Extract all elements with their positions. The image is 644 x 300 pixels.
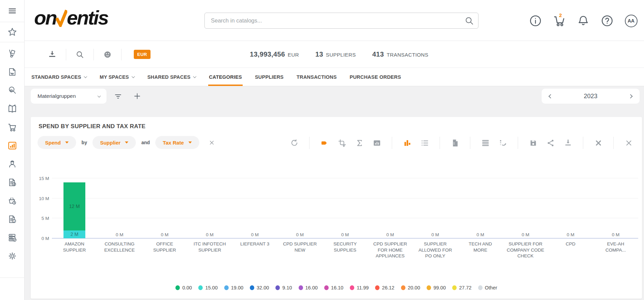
legend-item[interactable]: 32.00: [250, 285, 269, 290]
settings-gear-icon[interactable]: [0, 247, 25, 265]
legend-item[interactable]: 15.00: [198, 285, 217, 290]
legend-item[interactable]: 27.72: [452, 285, 471, 290]
save-icon[interactable]: [529, 138, 538, 147]
contracts-handshake-icon[interactable]: [0, 63, 25, 81]
legend-label: 20.00: [408, 285, 420, 290]
invoice-percent-icon[interactable]: [0, 173, 25, 192]
tab-suppliers[interactable]: SUPPLIERS: [254, 68, 284, 86]
legend-dot-icon: [175, 285, 180, 290]
catalog-book-icon[interactable]: [0, 100, 25, 118]
tab-standard-spaces[interactable]: STANDARD SPACES: [31, 68, 87, 86]
chart-columns: 2 M12 M0 M0 M0 M0 M0 M0 M0 M0 M0 M0 M0 M…: [52, 178, 638, 238]
help-icon[interactable]: [600, 14, 614, 28]
x-category-label: CPD SUPPLIER FOR HOME APPLIANCES: [368, 241, 413, 259]
group-selector[interactable]: Materialgruppen: [31, 89, 106, 104]
bar-value-label: 0 M: [548, 232, 593, 237]
bar-chart-icon[interactable]: [403, 138, 412, 147]
search-icon[interactable]: [464, 16, 474, 26]
kpi-value: 413: [372, 50, 384, 58]
divider: [583, 137, 583, 149]
legend-item[interactable]: 99.00: [427, 285, 446, 290]
rows-icon[interactable]: [481, 138, 490, 147]
bar-value-label: 0 M: [593, 232, 638, 237]
legend-dot-icon: [350, 285, 354, 290]
legend-label: 16.00: [305, 285, 318, 290]
master-data-server-icon[interactable]: [0, 228, 25, 247]
tab-my-spaces[interactable]: MY SPACES: [99, 68, 135, 86]
currency-badge[interactable]: EUR: [134, 50, 151, 59]
legend-dot-icon: [224, 285, 229, 290]
contract-document-icon[interactable]: §: [0, 210, 25, 228]
search-icon[interactable]: [66, 50, 94, 59]
legend-item[interactable]: 11.99: [350, 285, 369, 290]
next-year-button[interactable]: [628, 94, 633, 99]
order-history-basket-icon[interactable]: [0, 192, 25, 210]
tab-label: CATEGORIES: [209, 74, 242, 80]
legend-item[interactable]: Other: [478, 285, 497, 290]
download-icon[interactable]: [563, 138, 572, 147]
close-icon[interactable]: [624, 138, 633, 147]
sidebar-divider: [0, 278, 25, 278]
palette-icon[interactable]: [94, 50, 121, 59]
pivot-icon[interactable]: [498, 138, 507, 147]
bar-segment[interactable]: 12 M: [63, 182, 85, 230]
info-icon[interactable]: [529, 14, 542, 28]
header-icons: 2 AA: [529, 14, 638, 28]
chart-column: 0 M: [368, 178, 413, 238]
search-input[interactable]: [204, 13, 478, 29]
refresh-icon[interactable]: [290, 138, 299, 147]
procurement-dolly-icon[interactable]: [0, 44, 25, 63]
avatar[interactable]: AA: [624, 14, 638, 28]
tab-categories[interactable]: CATEGORIES: [208, 68, 243, 86]
measure-chip[interactable]: Spend: [38, 136, 76, 149]
file-icon[interactable]: [450, 138, 459, 147]
legend-label: 26.12: [382, 285, 394, 290]
filter-icon[interactable]: [111, 89, 126, 104]
user-profile-icon[interactable]: [0, 155, 25, 173]
chart-box-icon[interactable]: [372, 138, 381, 147]
kpi-value: 13: [315, 50, 323, 58]
logo-text: on: [34, 6, 56, 29]
chart-column: 0 M: [503, 178, 548, 238]
legend-item[interactable]: 19.00: [224, 285, 243, 290]
secondary-dimension-chip[interactable]: Tax Rate: [155, 136, 199, 149]
dimension-chip[interactable]: Supplier: [92, 136, 136, 149]
add-icon[interactable]: [130, 89, 145, 104]
bar-segment[interactable]: 2 M: [63, 230, 85, 238]
tab-transactions[interactable]: TRANSACTIONS: [296, 68, 338, 86]
cart-icon[interactable]: 2: [553, 14, 566, 28]
favorites-star-icon[interactable]: [0, 22, 25, 42]
tab-shared-spaces[interactable]: SHARED SPACES: [147, 68, 197, 86]
legend-dot-icon: [198, 285, 203, 290]
analytics-chart-icon[interactable]: [0, 136, 25, 155]
tools-icon[interactable]: [594, 138, 603, 147]
legend-dot-icon: [299, 285, 303, 290]
previous-year-button[interactable]: [548, 94, 553, 99]
hamburger-menu-icon[interactable]: [0, 0, 25, 22]
tab-label: PURCHASE ORDERS: [350, 74, 401, 80]
legend-item[interactable]: 0.00: [175, 285, 192, 290]
product-search-icon[interactable]: [0, 81, 25, 100]
share-icon[interactable]: [546, 138, 555, 147]
sum-icon[interactable]: [355, 138, 364, 147]
notifications-bell-icon[interactable]: [576, 14, 590, 28]
legend-item[interactable]: 26.12: [375, 285, 394, 290]
crop-icon[interactable]: [338, 138, 346, 147]
bar-value-label: 0 M: [323, 232, 368, 237]
legend-item[interactable]: 16.10: [324, 285, 343, 290]
list-icon[interactable]: [420, 138, 429, 147]
legend-label: 15.00: [205, 285, 217, 290]
legend-item[interactable]: 16.00: [299, 285, 318, 290]
chart-legend: 0.0015.0019.0032.009.1016.0016.1011.9926…: [31, 285, 642, 290]
remove-dimension-icon[interactable]: [209, 139, 215, 146]
shopping-cart-icon[interactable]: [0, 118, 25, 136]
legend-item[interactable]: 20.00: [401, 285, 420, 290]
legend-dot-icon: [401, 285, 405, 290]
tab-purchase-orders[interactable]: PURCHASE ORDERS: [349, 68, 402, 86]
onventis-logo[interactable]: on entis: [34, 6, 108, 29]
download-icon[interactable]: [39, 50, 66, 59]
legend-item[interactable]: 9.10: [275, 285, 292, 290]
chip-connector: and: [141, 140, 150, 145]
tag-icon[interactable]: [320, 138, 329, 147]
chart-column: 2 M12 M: [52, 178, 97, 238]
